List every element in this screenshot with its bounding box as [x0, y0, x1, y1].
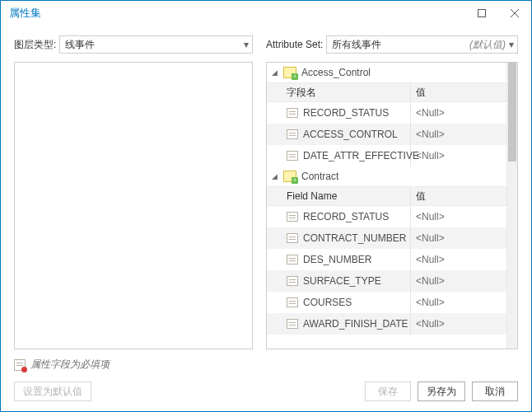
layer-type-label: 图层类型: [14, 38, 56, 52]
attribute-tree-pane: ◢+Access_Control字段名值RECORD_STATUS<Null>A… [266, 62, 518, 349]
scroll-thumb[interactable] [508, 63, 516, 162]
field-value-cell[interactable]: <Null> [411, 313, 506, 335]
field-row[interactable]: DES_NUMBER<Null> [267, 249, 506, 270]
field-name: DES_NUMBER [303, 254, 371, 265]
save-button[interactable]: 保存 [365, 382, 411, 401]
field-icon [287, 151, 298, 161]
field-name-cell: SURFACE_TYPE [267, 270, 411, 292]
field-name: AWARD_FINISH_DATE [303, 318, 408, 330]
field-name-cell: DATE_ATTR_EFFECTIVE [267, 145, 411, 166]
save-as-button[interactable]: 另存为 [418, 382, 465, 401]
field-row[interactable]: SURFACE_TYPE<Null> [267, 270, 506, 292]
layer-type-dropdown[interactable]: 线事件 ▾ [59, 35, 253, 54]
field-row[interactable]: DATE_ATTR_EFFECTIVE<Null> [267, 145, 506, 166]
field-value-cell[interactable]: <Null> [411, 270, 506, 292]
columns-header: Field Name值 [267, 186, 506, 206]
left-pane [14, 62, 253, 349]
window-title: 属性集 [9, 6, 41, 21]
field-value-cell[interactable]: <Null> [411, 206, 506, 227]
field-row[interactable]: RECORD_STATUS<Null> [267, 102, 506, 124]
footer-note-text: 属性字段为必填项 [30, 358, 110, 372]
maximize-icon [478, 9, 486, 17]
field-value-cell[interactable]: <Null> [411, 249, 506, 270]
group-header[interactable]: ◢+Contract [267, 166, 506, 186]
field-row[interactable]: RECORD_STATUS<Null> [267, 206, 506, 227]
field-icon [287, 233, 298, 243]
field-name-cell: RECORD_STATUS [267, 206, 411, 227]
field-name: RECORD_STATUS [303, 211, 389, 222]
field-name: DATE_ATTR_EFFECTIVE [303, 150, 419, 162]
field-value-cell[interactable]: <Null> [411, 292, 506, 313]
group-name: Contract [301, 171, 338, 182]
field-icon [287, 212, 298, 222]
field-name: SURFACE_TYPE [303, 275, 381, 287]
field-name-cell: CONTRACT_NUMBER [267, 227, 411, 249]
required-field-icon [14, 359, 26, 371]
field-name-cell: DES_NUMBER [267, 249, 411, 270]
content-area: 图层类型: 线事件 ▾ Attribute Set: 所有线事件 (默认值) ▾… [1, 26, 531, 349]
scrollbar[interactable] [506, 63, 517, 349]
field-icon [287, 129, 298, 139]
titlebar: 属性集 [1, 1, 531, 26]
field-row[interactable]: AWARD_FINISH_DATE<Null> [267, 313, 506, 335]
field-name: RECORD_STATUS [303, 107, 389, 119]
button-bar: 设置为默认值 保存 另存为 取消 [1, 377, 531, 411]
tree-scroll[interactable]: ◢+Access_Control字段名值RECORD_STATUS<Null>A… [267, 63, 506, 349]
field-icon [287, 108, 298, 118]
folder-icon: + [283, 171, 296, 182]
chevron-down-icon: ▾ [244, 39, 249, 50]
cancel-button[interactable]: 取消 [472, 382, 518, 401]
maximize-button[interactable] [465, 1, 498, 26]
field-value-cell[interactable]: <Null> [411, 227, 506, 249]
col-value-header: 值 [411, 187, 506, 205]
folder-icon: + [283, 67, 296, 78]
close-icon [511, 9, 519, 17]
collapse-icon: ◢ [272, 172, 280, 180]
field-icon [287, 276, 298, 286]
attribute-set-dropdown[interactable]: 所有线事件 (默认值) ▾ [326, 35, 518, 54]
field-row[interactable]: CONTRACT_NUMBER<Null> [267, 227, 506, 249]
attribute-set-default: (默认值) [469, 38, 506, 52]
field-name-cell: ACCESS_CONTROL [267, 124, 411, 145]
field-name: ACCESS_CONTROL [303, 129, 398, 140]
field-value-cell[interactable]: <Null> [411, 124, 506, 145]
dialog-window: 属性集 图层类型: 线事件 ▾ Attribute Set: 所有线事件 (默认… [0, 0, 532, 412]
field-name-cell: AWARD_FINISH_DATE [267, 313, 411, 335]
field-icon [287, 297, 298, 307]
chevron-down-icon: ▾ [509, 39, 514, 50]
close-button[interactable] [498, 1, 531, 26]
field-row[interactable]: COURSES<Null> [267, 292, 506, 313]
attribute-set-value: 所有线事件 [332, 38, 466, 52]
field-value-cell[interactable]: <Null> [411, 102, 506, 124]
field-name-cell: RECORD_STATUS [267, 102, 411, 124]
columns-header: 字段名值 [267, 82, 506, 102]
field-name: CONTRACT_NUMBER [303, 232, 406, 244]
svg-rect-0 [478, 10, 486, 17]
filters-row: 图层类型: 线事件 ▾ Attribute Set: 所有线事件 (默认值) ▾ [14, 35, 518, 54]
field-row[interactable]: ACCESS_CONTROL<Null> [267, 124, 506, 145]
group-header[interactable]: ◢+Access_Control [267, 63, 506, 82]
panes: ◢+Access_Control字段名值RECORD_STATUS<Null>A… [14, 62, 518, 349]
group-name: Access_Control [301, 67, 371, 78]
footer-note: 属性字段为必填项 [1, 349, 531, 377]
field-value-cell[interactable]: <Null> [411, 145, 506, 166]
col-field-header: 字段名 [267, 83, 411, 101]
set-default-button[interactable]: 设置为默认值 [14, 382, 91, 401]
collapse-icon: ◢ [272, 68, 280, 77]
field-icon [287, 255, 298, 265]
col-field-header: Field Name [267, 187, 411, 205]
field-icon [287, 319, 298, 329]
field-name: COURSES [303, 297, 352, 308]
attribute-set-label: Attribute Set: [266, 39, 323, 50]
col-value-header: 值 [411, 83, 506, 101]
field-name-cell: COURSES [267, 292, 411, 313]
layer-type-value: 线事件 [65, 38, 240, 52]
